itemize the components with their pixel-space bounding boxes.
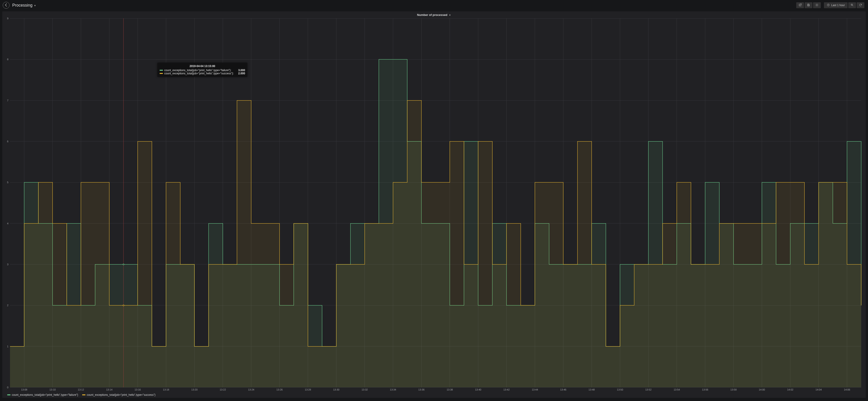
svg-text:13:10: 13:10	[50, 388, 56, 391]
svg-text:1: 1	[7, 345, 8, 348]
save-button[interactable]	[805, 2, 812, 8]
svg-text:2: 2	[7, 304, 8, 307]
chart-legend: count_exceptions_total{job="print_hello"…	[4, 392, 864, 397]
svg-text:14:00: 14:00	[759, 388, 765, 391]
svg-text:14:04: 14:04	[815, 388, 822, 391]
svg-text:13:54: 13:54	[674, 388, 680, 391]
gear-icon	[815, 3, 818, 7]
save-icon	[807, 3, 810, 7]
refresh-button[interactable]	[857, 2, 864, 8]
settings-button[interactable]	[813, 2, 821, 8]
panel: Number of processed ▼ 012345678913:0813:…	[2, 11, 866, 398]
svg-text:13:18: 13:18	[163, 388, 169, 391]
dashboard-title-dropdown[interactable]: Processing ▼	[12, 3, 36, 8]
svg-text:6: 6	[7, 140, 8, 143]
legend-label: count_exceptions_total{job="print_hello"…	[12, 393, 78, 397]
svg-text:13:58: 13:58	[731, 388, 737, 391]
share-icon	[799, 3, 802, 7]
svg-text:14:06: 14:06	[844, 388, 850, 391]
zoom-out-button[interactable]	[848, 2, 856, 8]
legend-label: count_exceptions_total{job="print_hello"…	[87, 393, 156, 397]
chevron-down-icon: ▼	[449, 14, 451, 17]
svg-text:13:08: 13:08	[21, 388, 28, 391]
svg-text:7: 7	[7, 99, 8, 102]
svg-text:4: 4	[7, 222, 8, 225]
svg-text:13:12: 13:12	[78, 388, 84, 391]
svg-text:13:56: 13:56	[702, 388, 708, 391]
svg-point-0	[816, 4, 817, 5]
svg-text:13:38: 13:38	[447, 388, 453, 391]
svg-text:13:28: 13:28	[305, 388, 311, 391]
svg-text:13:52: 13:52	[645, 388, 652, 391]
svg-text:13:44: 13:44	[532, 388, 538, 391]
svg-point-84	[123, 264, 124, 265]
chart-plot-area[interactable]: 012345678913:0813:1013:1213:1413:1613:18…	[4, 17, 864, 392]
svg-text:13:16: 13:16	[134, 388, 141, 391]
svg-text:3: 3	[7, 263, 8, 266]
svg-text:13:36: 13:36	[418, 388, 425, 391]
svg-text:13:26: 13:26	[276, 388, 283, 391]
legend-swatch	[7, 394, 10, 395]
chart-svg: 012345678913:0813:1013:1213:1413:1613:18…	[4, 17, 864, 392]
svg-text:13:34: 13:34	[390, 388, 396, 391]
zoom-out-icon	[850, 3, 854, 7]
legend-item[interactable]: count_exceptions_total{job="print_hello"…	[82, 393, 156, 397]
svg-text:14:02: 14:02	[787, 388, 794, 391]
svg-text:13:22: 13:22	[220, 388, 226, 391]
svg-text:13:48: 13:48	[588, 388, 595, 391]
time-range-label: Last 1 hour	[831, 4, 845, 7]
svg-text:13:42: 13:42	[503, 388, 510, 391]
panel-title-text: Number of processed	[417, 13, 447, 17]
clock-icon	[827, 3, 830, 7]
svg-text:13:20: 13:20	[191, 388, 197, 391]
svg-text:13:46: 13:46	[560, 388, 566, 391]
svg-text:0: 0	[7, 386, 8, 389]
share-button[interactable]	[796, 2, 804, 8]
svg-text:8: 8	[7, 58, 8, 61]
svg-text:13:14: 13:14	[106, 388, 113, 391]
svg-text:13:50: 13:50	[617, 388, 623, 391]
svg-text:5: 5	[7, 181, 8, 184]
panel-title-dropdown[interactable]: Number of processed ▼	[417, 13, 451, 17]
svg-text:13:30: 13:30	[333, 388, 340, 391]
chevron-down-icon: ▼	[34, 4, 36, 7]
legend-swatch	[82, 394, 85, 395]
svg-text:9: 9	[7, 17, 8, 20]
back-button[interactable]	[3, 2, 9, 9]
time-range-picker[interactable]: Last 1 hour	[824, 2, 847, 8]
legend-item[interactable]: count_exceptions_total{job="print_hello"…	[7, 393, 78, 397]
svg-point-85	[123, 305, 124, 306]
svg-text:13:40: 13:40	[475, 388, 482, 391]
refresh-icon	[859, 3, 862, 7]
svg-text:13:24: 13:24	[248, 388, 254, 391]
dashboard-title-text: Processing	[12, 3, 32, 8]
arrow-left-icon	[4, 3, 8, 8]
svg-text:13:32: 13:32	[362, 388, 368, 391]
